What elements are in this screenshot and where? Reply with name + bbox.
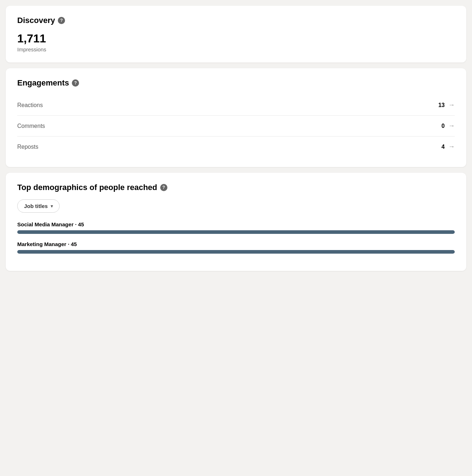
engagements-title-group: Engagements ? xyxy=(17,78,455,88)
demographics-title-group: Top demographics of people reached ? xyxy=(17,183,455,192)
job-titles-filter-button[interactable]: Job titles ▾ xyxy=(17,199,60,213)
engagements-rows: Reactions 13 → Comments 0 → Reposts 4 → xyxy=(17,95,455,157)
demo-item-social-media-manager: Social Media Manager · 45 xyxy=(17,221,455,234)
comments-value-group: 0 → xyxy=(441,122,455,130)
chevron-down-icon: ▾ xyxy=(51,204,53,209)
reposts-label: Reposts xyxy=(17,144,38,150)
discovery-title: Discovery xyxy=(17,16,55,25)
reactions-row: Reactions 13 → xyxy=(17,95,455,115)
job-titles-filter-label: Job titles xyxy=(24,203,48,209)
discovery-help-icon[interactable]: ? xyxy=(58,17,65,24)
comments-value: 0 xyxy=(441,123,445,129)
reactions-label: Reactions xyxy=(17,102,43,108)
reactions-value: 13 xyxy=(438,102,445,108)
comments-row: Comments 0 → xyxy=(17,115,455,136)
comments-label: Comments xyxy=(17,123,45,129)
engagements-card: Engagements ? Reactions 13 → Comments 0 … xyxy=(6,68,466,167)
demographics-card: Top demographics of people reached ? Job… xyxy=(6,173,466,271)
demo-bar-social-media-manager xyxy=(17,230,455,234)
discovery-impressions-number: 1,711 xyxy=(17,32,455,45)
demo-bar-marketing-manager-container xyxy=(17,250,455,254)
comments-arrow-icon[interactable]: → xyxy=(448,122,455,130)
demographics-filter: Job titles ▾ xyxy=(17,199,455,213)
reposts-row: Reposts 4 → xyxy=(17,136,455,157)
demographics-help-icon[interactable]: ? xyxy=(160,184,167,191)
reactions-arrow-icon[interactable]: → xyxy=(448,101,455,109)
demo-item-social-media-manager-label: Social Media Manager · 45 xyxy=(17,221,455,227)
discovery-title-group: Discovery ? xyxy=(17,16,455,25)
reposts-value-group: 4 → xyxy=(441,143,455,151)
demo-item-marketing-manager: Marketing Manager · 45 xyxy=(17,241,455,254)
reposts-arrow-icon[interactable]: → xyxy=(448,143,455,151)
discovery-impressions-label: Impressions xyxy=(17,46,455,52)
reposts-value: 4 xyxy=(441,144,445,150)
engagements-help-icon[interactable]: ? xyxy=(72,79,79,87)
demo-bar-social-media-manager-container xyxy=(17,230,455,234)
engagements-title: Engagements xyxy=(17,78,69,88)
discovery-card: Discovery ? 1,711 Impressions xyxy=(6,6,466,63)
demo-item-marketing-manager-label: Marketing Manager · 45 xyxy=(17,241,455,247)
demographics-title: Top demographics of people reached xyxy=(17,183,157,192)
reactions-value-group: 13 → xyxy=(438,101,455,109)
demo-bar-marketing-manager xyxy=(17,250,455,254)
